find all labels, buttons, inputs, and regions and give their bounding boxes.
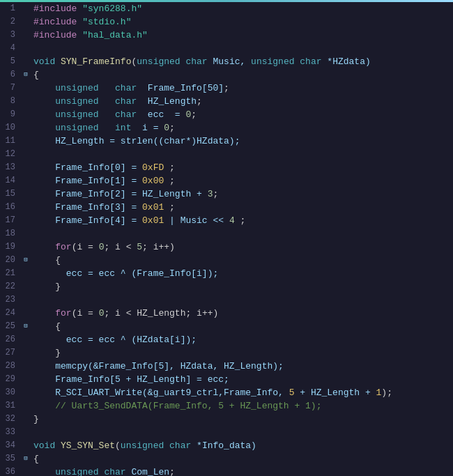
line-number: 13 xyxy=(0,161,21,174)
code-text: Frame_Info[2] = HZ_Length + 3; xyxy=(31,187,453,201)
code-line: 3#include "hal_data.h" xyxy=(0,29,453,42)
code-text: ecc = ecc ^ (HZdata[i]); xyxy=(31,333,453,346)
code-line: 31 // Uart3_SendDATA(Frame_Info, 5 + HZ_… xyxy=(0,399,453,413)
code-line: 16 Frame_Info[3] = 0x01 ; xyxy=(0,201,453,214)
code-text: #include "syn6288.h" xyxy=(31,2,453,15)
code-text: #include "stdio.h" xyxy=(31,15,453,29)
line-number: 3 xyxy=(0,29,21,42)
code-line: 21 ecc = ecc ^ (Frame_Info[i]); xyxy=(0,267,453,280)
line-number: 18 xyxy=(0,227,21,240)
code-text xyxy=(31,227,453,240)
line-number: 4 xyxy=(0,42,21,55)
line-number: 2 xyxy=(0,15,21,29)
line-number: 22 xyxy=(0,280,21,293)
code-line: 11 HZ_Length = strlen((char*)HZdata); xyxy=(0,135,453,148)
code-text: memcpy(&Frame_Info[5], HZdata, HZ_Length… xyxy=(31,360,453,373)
code-text xyxy=(31,42,453,55)
code-line: 12 xyxy=(0,148,453,161)
line-number: 16 xyxy=(0,201,21,214)
code-text: { xyxy=(31,320,453,333)
line-number: 23 xyxy=(0,293,21,307)
code-line: 19 for(i = 0; i < 5; i++) xyxy=(0,240,453,254)
code-text xyxy=(31,148,453,161)
code-text: Frame_Info[5 + HZ_Length] = ecc; xyxy=(31,373,453,386)
code-text: Frame_Info[4] = 0x01 | Music << 4 ; xyxy=(31,214,453,227)
line-number: 15 xyxy=(0,187,21,201)
line-number: 9 xyxy=(0,108,21,121)
code-text: unsigned char Com_Len; xyxy=(31,466,453,476)
line-number: 20 xyxy=(0,254,21,267)
code-text: unsigned int i = 0; xyxy=(31,121,453,135)
code-line: 26 ecc = ecc ^ (HZdata[i]); xyxy=(0,333,453,346)
fold-indicator[interactable]: ⊟ xyxy=(21,452,31,466)
fold-indicator[interactable]: ⊟ xyxy=(21,68,31,82)
line-number: 6 xyxy=(0,68,21,82)
line-number: 29 xyxy=(0,373,21,386)
line-number: 32 xyxy=(0,413,21,426)
code-line: 22 } xyxy=(0,280,453,293)
code-text: // Uart3_SendDATA(Frame_Info, 5 + HZ_Len… xyxy=(31,399,453,413)
code-line: 35⊟{ xyxy=(0,452,453,466)
line-number: 31 xyxy=(0,399,21,413)
code-text: #include "hal_data.h" xyxy=(31,29,453,42)
code-editor: 1#include "syn6288.h"2#include "stdio.h"… xyxy=(0,0,453,476)
code-text xyxy=(31,293,453,307)
code-line: 17 Frame_Info[4] = 0x01 | Music << 4 ; xyxy=(0,214,453,227)
code-line: 25⊟ { xyxy=(0,320,453,333)
line-number: 30 xyxy=(0,386,21,399)
code-text: HZ_Length = strlen((char*)HZdata); xyxy=(31,135,453,148)
code-text: { xyxy=(31,452,453,466)
code-line: 18 xyxy=(0,227,453,240)
line-number: 35 xyxy=(0,452,21,466)
code-text: Frame_Info[1] = 0x00 ; xyxy=(31,174,453,187)
line-number: 33 xyxy=(0,426,21,439)
line-number: 26 xyxy=(0,333,21,346)
code-line: 6⊟{ xyxy=(0,68,453,82)
line-number: 11 xyxy=(0,135,21,148)
fold-indicator[interactable]: ⊟ xyxy=(21,254,31,267)
code-line: 9 unsigned char ecc = 0; xyxy=(0,108,453,121)
code-text: for(i = 0; i < 5; i++) xyxy=(31,240,453,254)
line-number: 17 xyxy=(0,214,21,227)
line-number: 21 xyxy=(0,267,21,280)
code-line: 7 unsigned char Frame_Info[50]; xyxy=(0,82,453,95)
line-number: 7 xyxy=(0,82,21,95)
line-number: 28 xyxy=(0,360,21,373)
code-line: 8 unsigned char HZ_Length; xyxy=(0,95,453,108)
line-number: 27 xyxy=(0,346,21,360)
code-line: 29 Frame_Info[5 + HZ_Length] = ecc; xyxy=(0,373,453,386)
line-number: 24 xyxy=(0,307,21,320)
line-number: 34 xyxy=(0,439,21,452)
code-text: } xyxy=(31,346,453,360)
code-text xyxy=(31,426,453,439)
code-text: R_SCI_UART_Write(&g_uart9_ctrl,Frame_Inf… xyxy=(31,386,453,399)
code-text: { xyxy=(31,254,453,267)
code-line: 5void SYN_FrameInfo(unsigned char Music,… xyxy=(0,55,453,68)
code-text: } xyxy=(31,280,453,293)
line-number: 19 xyxy=(0,240,21,254)
line-number: 5 xyxy=(0,55,21,68)
code-line: 23 xyxy=(0,293,453,307)
code-line: 2#include "stdio.h" xyxy=(0,15,453,29)
line-number: 10 xyxy=(0,121,21,135)
code-line: 33 xyxy=(0,426,453,439)
line-number: 12 xyxy=(0,148,21,161)
fold-indicator[interactable]: ⊟ xyxy=(21,320,31,333)
code-text: unsigned char ecc = 0; xyxy=(31,108,453,121)
line-number: 1 xyxy=(0,2,21,15)
code-text: } xyxy=(31,413,453,426)
code-text: { xyxy=(31,68,453,82)
code-line: 4 xyxy=(0,42,453,55)
code-text: Frame_Info[3] = 0x01 ; xyxy=(31,201,453,214)
code-line: 32} xyxy=(0,413,453,426)
line-number: 8 xyxy=(0,95,21,108)
code-content[interactable]: 1#include "syn6288.h"2#include "stdio.h"… xyxy=(0,2,453,476)
line-number: 25 xyxy=(0,320,21,333)
code-text: ecc = ecc ^ (Frame_Info[i]); xyxy=(31,267,453,280)
code-text: for(i = 0; i < HZ_Length; i++) xyxy=(31,307,453,320)
code-line: 34void YS_SYN_Set(unsigned char *Info_da… xyxy=(0,439,453,452)
code-text: Frame_Info[0] = 0xFD ; xyxy=(31,161,453,174)
code-line: 14 Frame_Info[1] = 0x00 ; xyxy=(0,174,453,187)
code-line: 20⊟ { xyxy=(0,254,453,267)
code-text: unsigned char HZ_Length; xyxy=(31,95,453,108)
